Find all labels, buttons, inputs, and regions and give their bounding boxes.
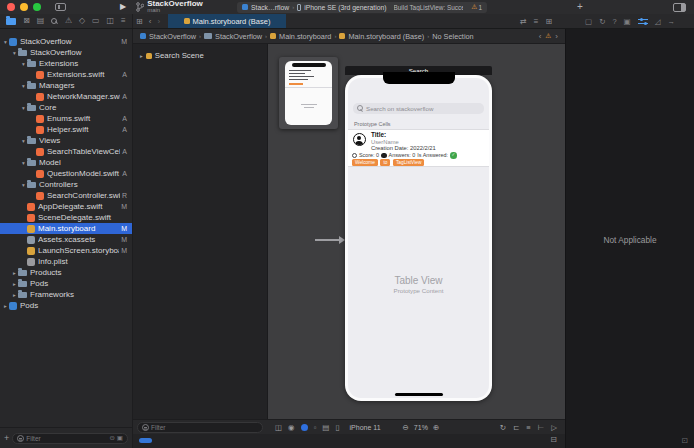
embed-in-icon[interactable]: ⊏ xyxy=(513,423,519,432)
zoom-window-button[interactable] xyxy=(33,3,41,11)
zoom-in-icon[interactable]: ⊕ xyxy=(433,423,439,432)
recent-files-filter-icon[interactable]: ⊙ xyxy=(109,434,114,442)
identity-inspector-icon[interactable]: ▣ xyxy=(624,17,631,26)
find-navigator-icon[interactable] xyxy=(51,18,58,25)
disclosure-icon[interactable]: ▾ xyxy=(20,160,27,166)
tree-row[interactable]: ▾StackOverflow xyxy=(0,47,132,58)
add-editor-icon[interactable]: ⊞ xyxy=(545,17,552,26)
device-icon[interactable]: ▯ xyxy=(335,423,339,432)
tree-row[interactable]: NetworkManager.swiftA xyxy=(0,91,132,102)
tree-row[interactable]: Assets.xcassetsM xyxy=(0,234,132,245)
tree-row[interactable]: ▾Views xyxy=(0,135,132,146)
disclosure-icon[interactable]: ▸ xyxy=(11,270,18,276)
tree-row[interactable]: ▸Products xyxy=(0,267,132,278)
forward-button[interactable]: › xyxy=(157,17,160,26)
tree-row[interactable]: Enums.swiftA xyxy=(0,113,132,124)
storyboard-entry-point-arrow[interactable] xyxy=(315,239,340,241)
size-inspector-icon[interactable]: ◿ xyxy=(655,17,661,26)
tree-row[interactable]: AppDelegate.swiftM xyxy=(0,201,132,212)
search-bar[interactable]: Search on stackoverflow xyxy=(353,103,484,114)
appearance-icon[interactable] xyxy=(301,424,308,431)
navigator-filter-field[interactable]: Filter ⊙ ▣ xyxy=(12,433,128,444)
prototype-cell[interactable]: Title: UserName Creation Date: 2022/2/21… xyxy=(348,129,489,167)
storyboard-canvas[interactable]: Search Search on stackoverflow Prototype… xyxy=(268,44,565,419)
jump-segment[interactable]: No Selection xyxy=(432,32,473,41)
issues-navigator-icon[interactable]: ⚠ xyxy=(65,14,72,28)
disclosure-icon[interactable]: ▸ xyxy=(11,281,18,287)
tests-navigator-icon[interactable]: ◇ xyxy=(79,14,85,28)
window-resize-grip[interactable]: ⊡ xyxy=(682,436,688,445)
table-view-placeholder-title[interactable]: Table View xyxy=(348,275,489,286)
tree-row[interactable]: Extensions.swiftA xyxy=(0,69,132,80)
tree-row[interactable]: ▸Pods xyxy=(0,300,132,311)
right-panel-toggle[interactable] xyxy=(673,3,686,12)
resolve-issues-icon[interactable]: ▷ xyxy=(551,423,557,432)
minimize-window-button[interactable] xyxy=(20,3,28,11)
adaptation-icon[interactable]: ▤ xyxy=(322,423,329,432)
source-control-filter-icon[interactable]: ▣ xyxy=(117,434,123,442)
tree-row[interactable]: ▸Frameworks xyxy=(0,289,132,300)
breakpoints-navigator-icon[interactable]: ◫ xyxy=(106,14,114,28)
jump-segment[interactable]: StackOverflow xyxy=(215,32,262,41)
jump-segment[interactable]: Main.storyboard (Base) xyxy=(348,32,424,41)
run-destination-menu[interactable]: iPhone SE (3rd generation) xyxy=(304,4,386,11)
view-controller-phone[interactable]: Search on stackoverflow Prototype Cells … xyxy=(345,75,492,401)
disclosure-icon[interactable]: ▸ xyxy=(140,53,143,59)
avatar-icon[interactable] xyxy=(353,133,366,146)
code-review-icon[interactable]: ⇄ xyxy=(520,17,527,26)
tree-row-selected[interactable]: Main.storyboardM xyxy=(0,223,132,234)
tree-row[interactable]: Info.plist xyxy=(0,256,132,267)
tag-pill[interactable]: to xyxy=(380,159,390,166)
run-button[interactable]: ▶ xyxy=(120,0,126,14)
add-file-button[interactable]: + xyxy=(4,433,9,443)
disclosure-icon[interactable]: ▾ xyxy=(20,105,27,111)
minimap-card[interactable] xyxy=(279,57,338,129)
tree-row[interactable]: ▸Pods xyxy=(0,278,132,289)
file-inspector-icon[interactable]: ▢ xyxy=(585,17,592,26)
cell-creation-date-label[interactable]: Creation Date: 2022/2/21 xyxy=(371,145,436,151)
project-navigator-icon[interactable] xyxy=(6,18,16,25)
connections-inspector-icon[interactable]: → xyxy=(667,17,675,26)
close-window-button[interactable] xyxy=(7,3,15,11)
tree-row[interactable]: SceneDelegate.swift xyxy=(0,212,132,223)
back-button[interactable]: ‹ xyxy=(539,32,542,41)
jump-segment[interactable]: Main.storyboard xyxy=(279,32,331,41)
tree-row[interactable]: ▾Model xyxy=(0,157,132,168)
quick-help-inspector-icon[interactable]: ? xyxy=(612,17,616,26)
debug-navigator-icon[interactable]: ▭ xyxy=(92,14,100,28)
cell-title-label[interactable]: Title: xyxy=(371,131,386,138)
jump-segment[interactable]: StackOverflow xyxy=(149,32,196,41)
tree-row[interactable]: SearchController.swiftR xyxy=(0,190,132,201)
disclosure-icon[interactable]: ▾ xyxy=(11,50,18,56)
tag-pill[interactable]: TagListView xyxy=(393,159,425,166)
orientation-icon[interactable]: ▫ xyxy=(314,423,317,432)
scheme-menu[interactable]: Stack…rflow xyxy=(251,4,289,11)
disclosure-icon[interactable]: ▸ xyxy=(11,292,18,298)
hide-document-outline-icon[interactable]: ⊟ xyxy=(550,435,557,444)
editor-tab[interactable]: Main.storyboard (Base) xyxy=(168,14,286,28)
related-items-icon[interactable]: ⊞ xyxy=(136,17,143,26)
warning-icon[interactable]: ⚠ xyxy=(546,31,552,41)
disclosure-icon[interactable]: ▾ xyxy=(2,39,9,45)
source-control-navigator-icon[interactable]: ⊠ xyxy=(23,14,30,28)
device-bezels-icon[interactable]: ◫ xyxy=(275,423,282,432)
disclosure-icon[interactable]: ▾ xyxy=(20,182,27,188)
add-constraints-icon[interactable]: ⊢ xyxy=(538,423,545,432)
device-name-menu[interactable]: iPhone 11 xyxy=(350,424,381,431)
tree-row[interactable]: ▾Core xyxy=(0,102,132,113)
add-button[interactable]: + xyxy=(577,0,583,14)
dynamic-type-icon[interactable]: ◉ xyxy=(288,423,295,432)
zoom-out-icon[interactable]: ⊖ xyxy=(403,423,409,432)
cell-username-label[interactable]: UserName xyxy=(371,139,399,145)
phone-screen[interactable]: Search on stackoverflow Prototype Cells … xyxy=(348,78,489,398)
editor-options-icon[interactable]: ≡ xyxy=(534,17,539,26)
tree-row[interactable]: QuestionModel.swiftA xyxy=(0,168,132,179)
disclosure-icon[interactable]: ▸ xyxy=(2,303,9,309)
tree-row[interactable]: ▾Controllers xyxy=(0,179,132,190)
disclosure-icon[interactable]: ▾ xyxy=(20,138,27,144)
tree-row[interactable]: ▾StackOverflowM xyxy=(0,36,132,47)
tree-row[interactable]: ▾Extensions xyxy=(0,58,132,69)
disclosure-icon[interactable]: ▾ xyxy=(20,83,27,89)
tree-row[interactable]: ▾Managers xyxy=(0,80,132,91)
tree-row[interactable]: SearchTableViewCel…A xyxy=(0,146,132,157)
